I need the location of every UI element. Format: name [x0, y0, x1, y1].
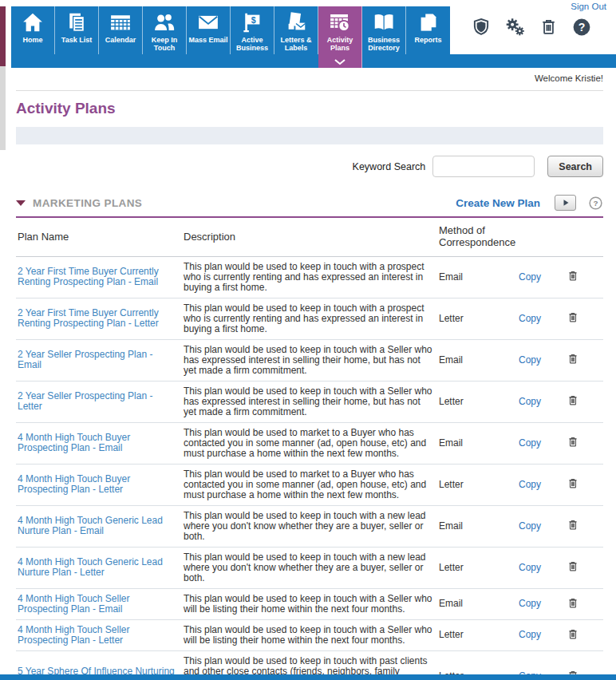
table-row: 2 Year Seller Prospecting Plan - Email T…: [16, 340, 603, 382]
tab-label: Task List: [61, 36, 93, 44]
delete-plan-icon[interactable]: [567, 352, 579, 366]
sign-out-link[interactable]: Sign Out: [571, 2, 606, 11]
tab-reports[interactable]: Reports: [406, 6, 450, 54]
tab-business-directory[interactable]: Business Directory: [362, 6, 406, 54]
gears-icon[interactable]: [504, 16, 526, 38]
plans-table: Plan Name Description Method of Correspo…: [16, 218, 603, 680]
copy-link[interactable]: Copy: [519, 437, 541, 449]
tab-label: Calendar: [105, 36, 137, 44]
delete-plan-icon[interactable]: [567, 435, 579, 449]
svg-text:?: ?: [578, 20, 586, 33]
tab-activity-plans[interactable]: Activity Plans: [318, 6, 362, 68]
plan-name-link[interactable]: 2 Year First Time Buyer Currently Rentin…: [18, 266, 159, 287]
plan-method: Email: [439, 355, 519, 366]
delete-plan-icon[interactable]: [567, 269, 579, 283]
column-header-description: Description: [184, 231, 432, 243]
home-icon: [21, 10, 45, 34]
left-accent-strip: [0, 6, 6, 66]
table-row: 4 Month High Touch Seller Prospecting Pl…: [16, 620, 603, 651]
delete-plan-icon[interactable]: [567, 310, 579, 324]
copy-link[interactable]: Copy: [519, 271, 541, 283]
plan-description: This plan would be used to keep in touch…: [184, 623, 432, 648]
section-help-icon[interactable]: ?: [588, 196, 603, 211]
svg-text:?: ?: [593, 198, 598, 207]
table-row: 4 Month High Touch Buyer Prospecting Pla…: [16, 423, 603, 465]
plan-name-link[interactable]: 2 Year Seller Prospecting Plan - Letter: [18, 390, 152, 412]
tab-task-list[interactable]: Task List: [55, 6, 99, 54]
plan-description: This plan would be used to keep in touch…: [184, 508, 432, 544]
plan-name-link[interactable]: 4 Month High Touch Seller Prospecting Pl…: [18, 593, 130, 615]
plan-description: This plan would be used to keep in touch…: [184, 301, 432, 337]
main-nav: Home Task List Calendar Keep In Touch Ma…: [11, 6, 450, 68]
plans-table-header: Plan Name Description Method of Correspo…: [16, 218, 603, 257]
tab-home[interactable]: Home: [11, 6, 55, 54]
plan-description: This plan would be used to market to a B…: [184, 467, 432, 503]
plan-name-link[interactable]: 4 Month High Touch Buyer Prospecting Pla…: [18, 473, 130, 495]
shield-icon[interactable]: [471, 17, 492, 38]
plan-method: Letter: [439, 480, 519, 490]
sign-dollar-icon: $: [240, 10, 264, 34]
table-row: 4 Month High Touch Buyer Prospecting Pla…: [16, 465, 603, 506]
collapse-triangle-icon[interactable]: [16, 200, 26, 206]
plan-name-link[interactable]: 2 Year First Time Buyer Currently Rentin…: [18, 307, 159, 329]
help-icon[interactable]: ?: [571, 17, 592, 38]
plan-description: This plan would be used to keep in touch…: [184, 550, 432, 586]
plan-method: Email: [439, 599, 519, 609]
table-row: 2 Year First Time Buyer Currently Rentin…: [16, 298, 603, 340]
tab-label: Business Directory: [362, 36, 405, 52]
plan-method: Letter: [439, 563, 519, 573]
keyword-search-label: Keyword Search: [353, 161, 426, 172]
tab-label: Activity Plans: [318, 36, 361, 52]
bottom-bar: [0, 674, 616, 680]
tab-mass-email[interactable]: Mass Email: [187, 6, 231, 54]
plan-name-link[interactable]: 4 Month High Touch Generic Lead Nurture …: [18, 556, 163, 578]
tab-letters-labels[interactable]: Letters & Labels: [274, 6, 318, 54]
plans-table-body: 2 Year First Time Buyer Currently Rentin…: [16, 257, 603, 680]
tab-label: Keep In Touch: [143, 36, 186, 52]
copy-link[interactable]: Copy: [519, 598, 541, 609]
plan-name-link[interactable]: 4 Month High Touch Generic Lead Nurture …: [18, 515, 163, 536]
plan-name-link[interactable]: 2 Year Seller Prospecting Plan - Email: [18, 349, 152, 370]
plan-name-link[interactable]: 4 Month High Touch Buyer Prospecting Pla…: [18, 432, 130, 453]
delete-plan-icon[interactable]: [567, 559, 579, 573]
copy-link[interactable]: Copy: [519, 562, 541, 573]
keyword-search-input[interactable]: [432, 156, 535, 177]
letters-labels-icon: [284, 10, 308, 34]
plan-description: This plan would be used to keep in touch…: [184, 591, 432, 617]
calendar-clock-icon: [328, 10, 352, 34]
play-icon: [561, 198, 571, 208]
left-gutter-strip: [0, 66, 6, 150]
chevron-down-icon: [334, 59, 346, 65]
table-row: 4 Month High Touch Generic Lead Nurture …: [16, 506, 603, 548]
table-row: 2 Year Seller Prospecting Plan - Letter …: [16, 382, 603, 423]
copy-link[interactable]: Copy: [519, 520, 541, 532]
table-row: 2 Year First Time Buyer Currently Rentin…: [16, 257, 603, 298]
copy-link[interactable]: Copy: [519, 479, 541, 490]
tab-active-business[interactable]: $ Active Business: [231, 6, 274, 54]
create-new-plan-link[interactable]: Create New Plan: [456, 197, 540, 209]
plan-name-link[interactable]: 4 Month High Touch Seller Prospecting Pl…: [18, 624, 130, 646]
divider: [16, 90, 603, 91]
copy-link[interactable]: Copy: [519, 313, 541, 324]
delete-plan-icon[interactable]: [567, 518, 579, 532]
trash-icon[interactable]: [539, 17, 559, 37]
copy-link[interactable]: Copy: [519, 396, 541, 407]
task-list-icon: [65, 10, 89, 34]
delete-plan-icon[interactable]: [567, 596, 579, 610]
search-button[interactable]: Search: [547, 156, 603, 177]
plan-method: Letter: [439, 314, 519, 324]
tab-label: Letters & Labels: [274, 36, 318, 52]
play-video-button[interactable]: [555, 195, 576, 211]
tab-keep-in-touch[interactable]: Keep In Touch: [143, 6, 187, 54]
copy-link[interactable]: Copy: [519, 354, 541, 366]
column-header-method: Method of Correspondence: [439, 225, 519, 249]
delete-plan-icon[interactable]: [567, 627, 579, 641]
copy-link[interactable]: Copy: [519, 629, 541, 640]
delete-plan-icon[interactable]: [567, 393, 579, 407]
plan-description: This plan would be used to market to a B…: [184, 425, 432, 461]
plan-description: This plan would be used to keep in touch…: [184, 259, 432, 295]
tab-calendar[interactable]: Calendar: [99, 6, 143, 54]
delete-plan-icon[interactable]: [567, 476, 579, 490]
people-icon: [152, 10, 176, 34]
plan-method: Email: [439, 272, 519, 283]
